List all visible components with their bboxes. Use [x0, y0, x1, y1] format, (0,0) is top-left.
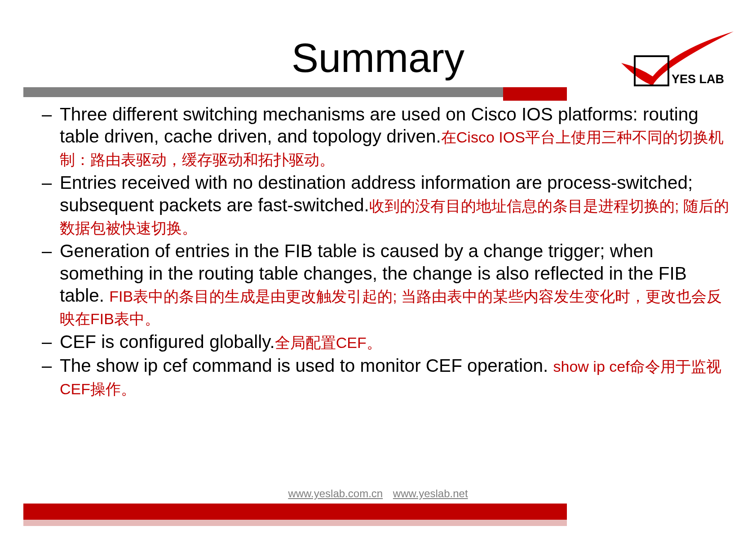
footer-bar-dark [23, 504, 567, 521]
header-divider-gray [23, 87, 503, 97]
content-list: – Three different switching mechanisms a… [42, 103, 731, 401]
bullet-body: The show ip cef command is used to monit… [60, 355, 731, 399]
list-item: – Entries received with no destination a… [42, 172, 731, 238]
list-item: – Generation of entries in the FIB table… [42, 240, 731, 329]
bullet-dash: – [42, 172, 60, 238]
bullet-english: The show ip cef command is used to monit… [60, 355, 553, 376]
bullet-body: Generation of entries in the FIB table i… [60, 240, 731, 329]
list-item: – CEF is configured globally.全局配置CEF。 [42, 331, 731, 353]
bullet-dash: – [42, 355, 60, 399]
bullet-body: Entries received with no destination add… [60, 172, 731, 238]
footer-links: www.yeslab.com.cn www.yeslab.net [0, 487, 756, 500]
footer-link-2[interactable]: www.yeslab.net [393, 487, 468, 499]
bullet-dash: – [42, 240, 60, 329]
footer-link-1[interactable]: www.yeslab.com.cn [288, 487, 383, 499]
bullet-chinese: FIB表中的条目的生成是由更改触发引起的; 当路由表中的某些内容发生变化时，更改… [60, 288, 722, 327]
bullet-english: CEF is configured globally. [60, 331, 275, 352]
bullet-body: CEF is configured globally.全局配置CEF。 [60, 331, 731, 353]
logo-text: YES LAB [672, 72, 724, 86]
slide: Summary YES LAB – Three different switch… [0, 0, 756, 535]
bullet-dash: – [42, 103, 60, 170]
header-divider-red [503, 87, 567, 101]
bullet-body: Three different switching mechanisms are… [60, 103, 731, 170]
bullet-chinese: 全局配置CEF。 [275, 334, 382, 351]
bullet-dash: – [42, 331, 60, 353]
list-item: – Three different switching mechanisms a… [42, 103, 731, 170]
list-item: – The show ip cef command is used to mon… [42, 355, 731, 399]
footer-bar-light [23, 520, 567, 526]
yeslab-logo: YES LAB [617, 31, 734, 90]
